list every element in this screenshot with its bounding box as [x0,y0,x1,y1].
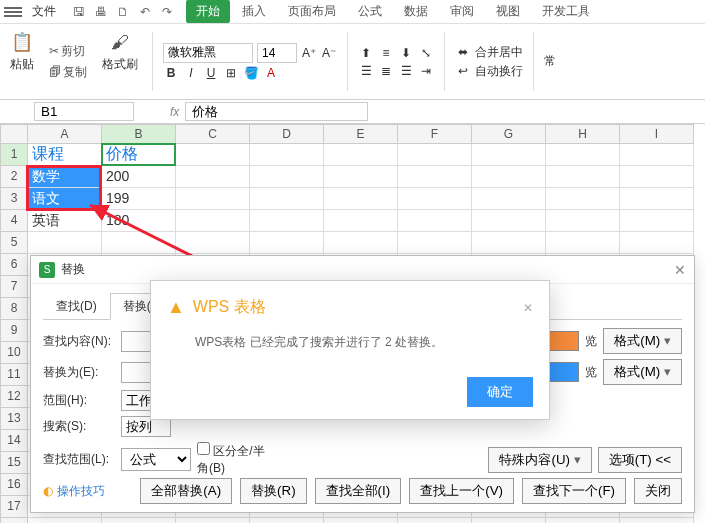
cell[interactable] [620,232,694,254]
cell[interactable] [324,232,398,254]
cell[interactable] [250,188,324,210]
cell[interactable] [176,210,250,232]
font-size-select[interactable] [257,43,297,63]
cell[interactable] [324,518,398,523]
merge-label[interactable]: 合并居中 [475,44,523,61]
save-icon[interactable]: 🖫 [70,3,88,21]
close-icon[interactable]: ✕ [674,262,686,278]
col-F[interactable]: F [398,124,472,144]
cell[interactable] [398,232,472,254]
col-H[interactable]: H [546,124,620,144]
cell[interactable] [620,210,694,232]
row-header[interactable]: 9 [0,320,28,342]
hamburger-icon[interactable] [4,7,22,17]
cell[interactable] [472,232,546,254]
row-header[interactable]: 5 [0,232,28,254]
row-header[interactable]: 15 [0,452,28,474]
cell[interactable] [398,166,472,188]
find-format-button[interactable]: 格式(M) [603,328,682,354]
format-painter-button[interactable]: 🖌格式刷 [98,28,142,95]
cell[interactable] [398,518,472,523]
cell[interactable] [620,166,694,188]
cell[interactable] [398,210,472,232]
orientation-icon[interactable]: ⤡ [418,45,434,61]
cell[interactable] [250,144,324,166]
align-right-icon[interactable]: ☰ [398,63,414,79]
cell[interactable] [324,144,398,166]
cell[interactable]: 199 [102,188,176,210]
row-header[interactable]: 18 [0,518,28,523]
cell[interactable] [324,188,398,210]
find-all-button[interactable]: 查找全部(I) [315,478,402,504]
indent-icon[interactable]: ⇥ [418,63,434,79]
tab-dev[interactable]: 开发工具 [532,0,600,23]
cell[interactable] [250,210,324,232]
row-header[interactable]: 14 [0,430,28,452]
tips-link[interactable]: ◐操作技巧 [43,483,105,500]
cell[interactable] [546,188,620,210]
col-D[interactable]: D [250,124,324,144]
align-center-icon[interactable]: ≣ [378,63,394,79]
cell[interactable] [546,166,620,188]
cell[interactable] [324,166,398,188]
preview-icon[interactable]: 🗋 [114,3,132,21]
tab-insert[interactable]: 插入 [232,0,276,23]
fill-color-icon[interactable]: 🪣 [243,65,259,81]
replace-format-button[interactable]: 格式(M) [603,359,682,385]
cell[interactable]: 英语 [28,210,102,232]
file-menu[interactable]: 文件 [24,1,64,22]
align-bot-icon[interactable]: ⬇ [398,45,414,61]
italic-icon[interactable]: I [183,65,199,81]
font-color-icon[interactable]: A [263,65,279,81]
formula-input[interactable] [185,102,368,121]
close-button[interactable]: 关闭 [634,478,682,504]
msg-close-icon[interactable]: ✕ [523,301,533,315]
cell[interactable] [28,518,102,523]
cell[interactable] [102,518,176,523]
options-button[interactable]: 选项(T) << [598,447,682,473]
cell[interactable] [546,210,620,232]
replace-all-button[interactable]: 全部替换(A) [140,478,232,504]
cell[interactable]: 价格 [102,144,176,166]
cell[interactable] [472,188,546,210]
undo-icon[interactable]: ↶ [136,3,154,21]
row-header[interactable]: 6 [0,254,28,276]
col-E[interactable]: E [324,124,398,144]
number-format[interactable]: 常 [544,53,556,70]
paste-button[interactable]: 📋粘贴 [6,28,38,95]
decrease-font-icon[interactable]: A⁻ [321,45,337,61]
increase-font-icon[interactable]: A⁺ [301,45,317,61]
tab-layout[interactable]: 页面布局 [278,0,346,23]
find-next-button[interactable]: 查找下一个(F) [522,478,626,504]
row-header[interactable]: 12 [0,386,28,408]
tab-data[interactable]: 数据 [394,0,438,23]
tab-find[interactable]: 查找(D) [43,293,110,320]
bold-icon[interactable]: B [163,65,179,81]
redo-icon[interactable]: ↷ [158,3,176,21]
col-I[interactable]: I [620,124,694,144]
merge-icon[interactable]: ⬌ [455,44,471,60]
row-header[interactable]: 10 [0,342,28,364]
col-G[interactable]: G [472,124,546,144]
cell[interactable] [472,166,546,188]
special-button[interactable]: 特殊内容(U) [488,447,591,473]
lookin-select[interactable]: 公式 [121,448,191,471]
ok-button[interactable]: 确定 [467,377,533,407]
cell[interactable] [250,166,324,188]
font-name-select[interactable] [163,43,253,63]
cell[interactable]: 数学 [28,166,102,188]
cell[interactable] [398,144,472,166]
cell[interactable]: 课程 [28,144,102,166]
row-header[interactable]: 3 [0,188,28,210]
cell[interactable] [620,144,694,166]
wrap-label[interactable]: 自动换行 [475,63,523,80]
row-header[interactable]: 13 [0,408,28,430]
cell[interactable] [250,518,324,523]
align-mid-icon[interactable]: ≡ [378,45,394,61]
cell[interactable] [102,232,176,254]
wrap-icon[interactable]: ↩ [455,63,471,79]
copy-button[interactable]: 🗐 复制 [46,63,90,82]
cell[interactable] [620,518,694,523]
align-top-icon[interactable]: ⬆ [358,45,374,61]
row-header[interactable]: 4 [0,210,28,232]
